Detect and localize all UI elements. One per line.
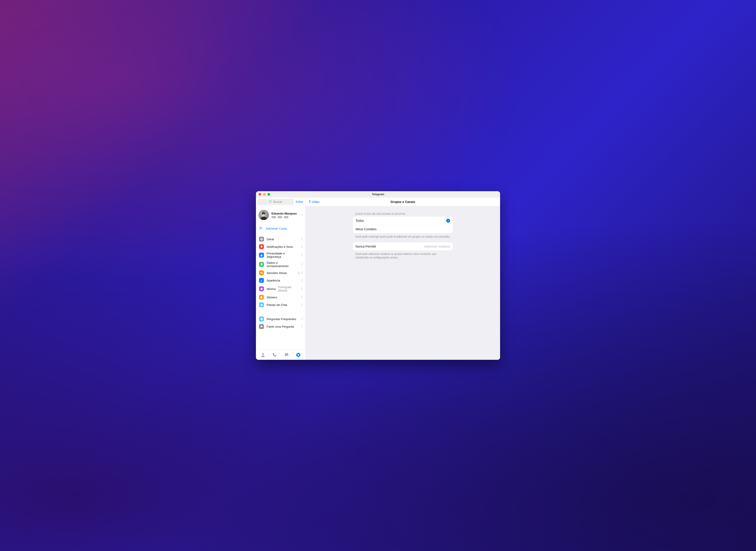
close-window-button[interactable] <box>259 193 261 196</box>
sidebar-item-label: Geral <box>267 237 274 241</box>
tab-chats[interactable] <box>283 352 290 358</box>
option-everybody[interactable]: Todos <box>353 216 453 225</box>
svg-rect-3 <box>262 272 263 274</box>
sidebar-item-appearance[interactable]: Aparência <box>256 277 305 284</box>
settings-menu: Geral Notificações e Sons Privacidade e … <box>256 233 305 331</box>
option-label: Meus Contatos <box>355 227 450 231</box>
svg-text:?: ? <box>261 318 262 320</box>
tab-calls[interactable] <box>272 352 278 358</box>
sidebar-item-faq[interactable]: ? Perguntas Frequentes <box>256 315 305 323</box>
bell-icon <box>259 244 264 249</box>
add-account-button[interactable]: Adicionar Conta <box>256 224 305 233</box>
chevron-right-icon <box>301 279 303 283</box>
brush-icon <box>259 278 264 283</box>
main-header: Voltar Grupos e Canais <box>306 197 500 206</box>
svg-point-10 <box>262 353 264 355</box>
checkmark-icon <box>446 219 450 223</box>
chevron-right-icon <box>301 237 303 241</box>
profile-sub <box>271 216 297 218</box>
sidebar-item-language[interactable]: Idioma Português (Brasil) <box>256 284 305 294</box>
chevron-right-icon <box>301 325 303 329</box>
add-account-label: Adicionar Conta <box>266 227 287 230</box>
minimize-window-button[interactable] <box>263 193 266 196</box>
sidebar-item-label: Privacidade e Segurança <box>267 252 298 258</box>
titlebar: Telegram <box>256 191 500 197</box>
search-input[interactable]: Buscar <box>257 199 294 205</box>
exceptions-card: Nunca Permitir Adicionar Usuários <box>353 242 453 250</box>
back-button[interactable]: Voltar <box>309 200 320 204</box>
chevron-right-icon <box>301 262 303 266</box>
redacted <box>278 216 282 218</box>
option-my-contacts[interactable]: Meus Contatos <box>353 225 453 233</box>
language-value: Português (Brasil) <box>278 286 300 292</box>
menu-spacer <box>256 309 305 315</box>
row-action: Adicionar Usuários <box>424 245 450 248</box>
sidebar-item-label: Perguntas Frequentes <box>267 318 296 321</box>
sidebar-item-notifications[interactable]: Notificações e Sons <box>256 243 305 250</box>
redacted <box>284 216 288 218</box>
window-title: Telegram <box>372 192 385 196</box>
section-footer: Você pode adicionar usuários ou grupos i… <box>353 250 453 259</box>
sidebar-header: Buscar Editar <box>256 197 305 206</box>
sidebar-item-general[interactable]: Geral <box>256 235 305 243</box>
sidebar-item-folders[interactable]: Pastas de Chat <box>256 301 305 309</box>
database-icon <box>259 262 264 267</box>
section-header: QUEM PODE ME ADICIONAR A GRUPOS <box>353 210 453 216</box>
sidebar-item-data[interactable]: Dados e Armazenamento <box>256 260 305 269</box>
sidebar-item-label: Dados e Armazenamento <box>267 261 298 268</box>
chevron-right-icon <box>301 317 303 321</box>
avatar-face <box>259 210 269 220</box>
back-label: Voltar <box>312 200 320 204</box>
who-can-add-card: Todos Meus Contatos <box>353 216 453 233</box>
sidebar-item-label: Stickers <box>267 296 277 299</box>
tabbar <box>256 350 305 360</box>
chevron-right-icon <box>301 253 303 257</box>
main-panel: Voltar Grupos e Canais QUEM PODE ME ADIC… <box>306 197 500 360</box>
sidebar-item-label: Aparência <box>267 279 280 282</box>
sidebar-item-privacy[interactable]: Privacidade e Segurança <box>256 250 305 260</box>
app-window: Telegram Buscar Editar Eduardo Marques <box>256 191 500 360</box>
tab-contacts[interactable] <box>260 352 266 358</box>
add-user-icon <box>259 226 263 231</box>
redacted <box>271 216 276 218</box>
sidebar-item-label: Pastas de Chat <box>267 303 287 307</box>
sidebar: Buscar Editar Eduardo Marques <box>256 197 306 360</box>
page-title: Grupos e Canais <box>306 200 500 204</box>
chevron-right-icon <box>301 213 303 217</box>
sticker-icon <box>259 295 264 300</box>
devices-icon <box>259 270 264 275</box>
sidebar-item-ask[interactable]: Fazer uma Pergunta <box>256 323 305 330</box>
folder-icon <box>259 302 264 307</box>
tab-settings[interactable] <box>295 352 301 358</box>
row-label: Nunca Permitir <box>355 245 424 248</box>
chevron-right-icon <box>301 287 303 291</box>
section-footer: Você pode restringir quem pode te adicio… <box>353 233 453 238</box>
search-placeholder: Buscar <box>273 200 282 203</box>
svg-point-0 <box>260 227 261 228</box>
traffic-lights <box>259 191 270 197</box>
chevron-right-icon <box>301 303 303 307</box>
profile-row[interactable]: Eduardo Marques <box>256 206 305 224</box>
globe-icon <box>259 287 264 291</box>
main-body: QUEM PODE ME ADICIONAR A GRUPOS Todos Me… <box>306 206 500 360</box>
sidebar-scroll: Eduardo Marques Adi <box>256 206 305 350</box>
chevron-left-icon <box>309 200 311 204</box>
sidebar-item-label: Notificações e Sons <box>267 245 293 248</box>
option-label: Todos <box>355 219 446 222</box>
never-allow-row[interactable]: Nunca Permitir Adicionar Usuários <box>353 242 453 250</box>
sidebar-item-label: Sessões Ativas <box>267 271 287 274</box>
question-icon: ? <box>259 317 264 322</box>
chevron-right-icon <box>301 271 303 275</box>
chevron-right-icon <box>301 245 303 249</box>
lock-icon <box>259 252 264 257</box>
gear-icon <box>259 237 264 241</box>
sidebar-item-stickers[interactable]: Stickers <box>256 294 305 301</box>
sidebar-item-label: Fazer uma Pergunta <box>267 325 294 328</box>
chat-bubble-icon <box>259 324 264 329</box>
zoom-window-button[interactable] <box>267 193 270 196</box>
edit-button[interactable]: Editar <box>296 200 303 203</box>
chevron-right-icon <box>301 295 303 299</box>
sessions-count: 2 <box>298 271 300 274</box>
sidebar-item-sessions[interactable]: Sessões Ativas 2 <box>256 269 305 277</box>
search-icon <box>269 200 272 204</box>
